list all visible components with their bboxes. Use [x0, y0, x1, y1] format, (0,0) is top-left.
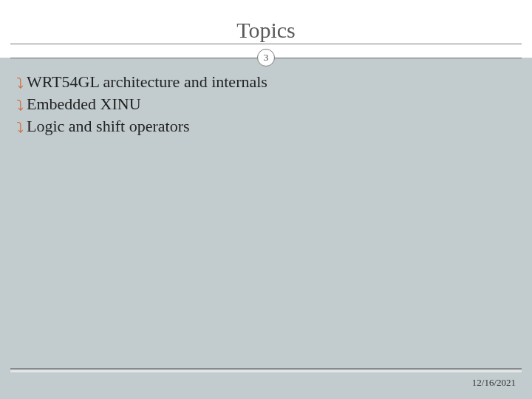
- bullet-text: WRT54GL architecture and internals: [27, 72, 267, 92]
- footer-shadow: [10, 370, 522, 372]
- footer-rule: [10, 368, 522, 369]
- bullet-icon: ⤵: [16, 76, 24, 91]
- bullet-text: Embedded XINU: [27, 95, 141, 114]
- rule-top: [10, 44, 522, 44]
- footer-date: 12/16/2021: [472, 377, 516, 389]
- content-area: ⤵ WRT54GL architecture and internals ⤵ E…: [16, 72, 516, 139]
- bullet-icon: ⤵: [16, 120, 24, 135]
- list-item: ⤵ Embedded XINU: [16, 95, 516, 114]
- list-item: ⤵ WRT54GL architecture and internals: [16, 72, 516, 92]
- slide-title: Topics: [0, 18, 532, 43]
- slide: Topics 3 ⤵ WRT54GL architecture and inte…: [0, 0, 532, 399]
- bullet-text: Logic and shift operators: [27, 117, 190, 136]
- list-item: ⤵ Logic and shift operators: [16, 117, 516, 136]
- page-number-badge: 3: [257, 49, 275, 66]
- bullet-icon: ⤵: [16, 98, 24, 113]
